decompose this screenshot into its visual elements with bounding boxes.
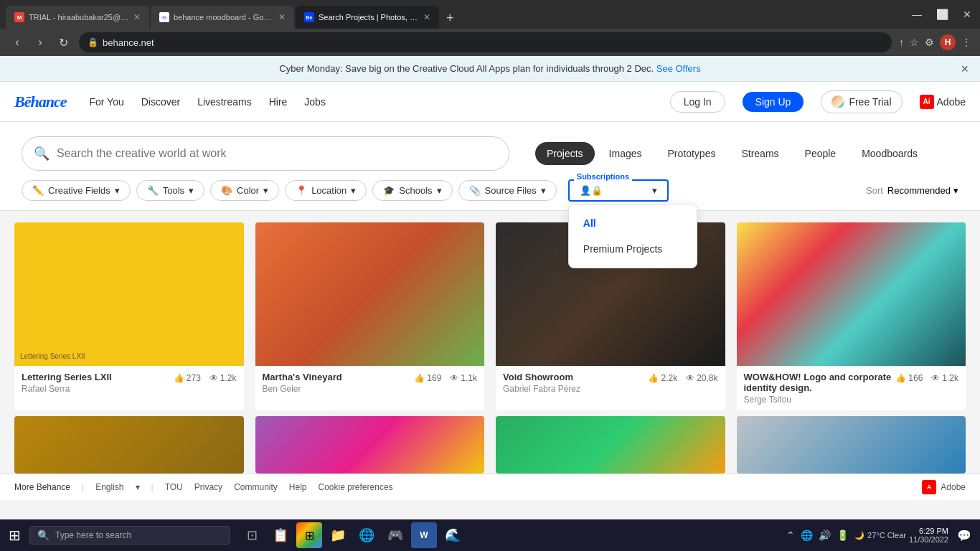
banner-close-button[interactable]: × (961, 61, 969, 76)
filter-schools[interactable]: 🎓 Schools ▾ (372, 180, 452, 201)
expand-tray-icon[interactable]: ⌃ (786, 529, 795, 541)
nav-discover[interactable]: Discover (141, 96, 180, 108)
profile-button[interactable]: H (940, 34, 956, 50)
filter-color[interactable]: 🎨 Color ▾ (210, 180, 279, 201)
footer-tou[interactable]: TOU (165, 482, 183, 492)
bottom-card-0[interactable] (14, 416, 244, 474)
project-card-3[interactable]: WOW&HOW! Logo and corporate identity des… (737, 222, 966, 410)
tab-projects[interactable]: Projects (535, 142, 595, 165)
bottom-cards-row (0, 416, 980, 474)
tab-behance[interactable]: Be Search Projects | Photos, videos, ✕ (296, 6, 439, 29)
nav-jobs[interactable]: Jobs (304, 96, 326, 108)
sort-label: Sort (866, 185, 883, 196)
taskbar-app-explorer[interactable]: 📁 (325, 522, 351, 548)
bottom-card-1[interactable] (255, 416, 485, 474)
volume-icon[interactable]: 🔊 (819, 529, 831, 541)
forward-button[interactable]: › (32, 34, 49, 51)
new-tab-button[interactable]: + (440, 8, 460, 29)
search-bar[interactable]: 🔍 (22, 136, 509, 171)
dropdown-option-premium[interactable]: Premium Projects (569, 236, 697, 262)
maximize-button[interactable]: ⬜ (933, 6, 951, 23)
start-button[interactable]: ⊞ (3, 524, 27, 547)
project-stats-0: 👍 273 👁 1.2k (174, 372, 237, 383)
filter-tools[interactable]: 🔧 Tools ▾ (136, 180, 204, 201)
bookmark-button[interactable]: ☆ (910, 34, 919, 50)
footer-community[interactable]: Community (234, 482, 278, 492)
address-bar-actions: ↑ ☆ ⚙ H ⋮ (899, 34, 971, 50)
footer-privacy[interactable]: Privacy (194, 482, 222, 492)
project-card-0[interactable]: Lettering Series LXII Lettering Series L… (14, 222, 244, 410)
tab-close-google[interactable]: ✕ (278, 12, 286, 22)
taskbar-search[interactable]: 🔍 Type here to search (29, 526, 230, 545)
source-files-label: Source Files (485, 185, 537, 196)
project-title-2: Void Showroom (503, 372, 648, 382)
share-button[interactable]: ↑ (899, 34, 904, 50)
see-offers-link[interactable]: See Offers (656, 63, 701, 74)
dropdown-option-all[interactable]: All (569, 210, 697, 236)
filter-creative-fields[interactable]: ✏️ Creative Fields ▾ (22, 180, 131, 201)
location-icon: 📍 (296, 185, 307, 196)
filter-source-files[interactable]: 📎 Source Files ▾ (458, 180, 557, 201)
network-icon[interactable]: 🌐 (801, 529, 813, 541)
signup-button[interactable]: Sign Up (743, 92, 804, 112)
search-input[interactable] (57, 147, 497, 160)
footer-cookie[interactable]: Cookie preferences (319, 482, 393, 492)
google-favicon: G (159, 12, 169, 22)
minimize-button[interactable]: — (909, 6, 925, 23)
adobe-footer-icon: A (922, 480, 936, 494)
footer-help[interactable]: Help (289, 482, 307, 492)
tab-images[interactable]: Images (598, 142, 654, 165)
address-bar: ‹ › ↻ 🔒 behance.net ↑ ☆ ⚙ H ⋮ (0, 29, 980, 56)
taskbar-app-playstore[interactable]: 🎮 (382, 522, 408, 548)
taskbar-app-widgets[interactable]: 📋 (268, 522, 293, 548)
tab-people[interactable]: People (793, 142, 848, 165)
subscriptions-trigger[interactable]: Subscriptions 👤🔒 ▾ (568, 179, 669, 202)
url-bar[interactable]: 🔒 behance.net (79, 32, 892, 52)
browser-window-controls: — ⬜ ✕ (909, 6, 974, 23)
bottom-card-2[interactable] (496, 416, 725, 474)
tab-close-behance[interactable]: ✕ (423, 12, 430, 22)
tab-moodboards[interactable]: Moodboards (850, 142, 929, 165)
free-trial-button[interactable]: Free Trial (821, 90, 902, 113)
taskbar-app-task-view[interactable]: ⊡ (239, 522, 265, 548)
project-details-2: Void Showroom Gabriel Fabra Pérez (503, 372, 648, 394)
nav-hire[interactable]: Hire (269, 96, 288, 108)
taskbar-app-edge[interactable]: 🌊 (440, 522, 466, 548)
language-selector[interactable]: English (95, 482, 123, 492)
login-button[interactable]: Log In (670, 91, 725, 113)
taskbar-app-chrome[interactable]: 🌐 (354, 522, 380, 548)
project-author-0: Rafael Serra (22, 384, 174, 394)
project-stats-3: 👍 166 👁 1.2k (895, 372, 958, 383)
extensions-button[interactable]: ⚙ (925, 34, 934, 50)
project-details-0: Lettering Series LXII Rafael Serra (22, 372, 174, 394)
reload-button[interactable]: ↻ (55, 34, 72, 51)
weather-text: 27°C Clear (867, 531, 906, 540)
footer-adobe-label: Adobe (941, 482, 966, 492)
project-card-1[interactable]: Martha's Vineyard Ben Geier 👍 169 👁 1.1k (255, 222, 485, 410)
tab-gmail[interactable]: M TRIAL - hiraabubakar25@gmail.c... ✕ (6, 6, 149, 29)
battery-icon[interactable]: 🔋 (837, 529, 849, 541)
subscriptions-dropdown[interactable]: Subscriptions 👤🔒 ▾ All Premium Projects (568, 179, 669, 202)
bottom-card-3[interactable] (737, 416, 966, 474)
notification-button[interactable]: 💬 (957, 529, 971, 542)
filter-location[interactable]: 📍 Location ▾ (285, 180, 367, 201)
tab-google[interactable]: G behance moodboard - Google S... ✕ (151, 6, 294, 29)
adobe-icon: Ai (920, 95, 934, 109)
nav-for-you[interactable]: For You (89, 96, 123, 108)
project-author-3: Serge Tsitou (744, 395, 896, 405)
tab-close-gmail[interactable]: ✕ (133, 12, 141, 22)
tab-prototypes[interactable]: Prototypes (656, 142, 727, 165)
likes-stat-0: 👍 273 (174, 373, 201, 383)
views-stat-3: 👁 1.2k (931, 373, 958, 383)
sort-button[interactable]: Recommended ▾ (887, 185, 958, 196)
nav-livestreams[interactable]: Livestreams (197, 96, 251, 108)
taskbar-app-store[interactable]: ⊞ (296, 522, 322, 548)
views-stat-0: 👁 1.2k (209, 373, 237, 383)
taskbar-app-word[interactable]: W (411, 522, 437, 548)
menu-button[interactable]: ⋮ (961, 34, 971, 50)
likes-stat-3: 👍 166 (895, 373, 923, 383)
more-behance[interactable]: More Behance (14, 482, 70, 492)
close-window-button[interactable]: ✕ (960, 6, 974, 23)
back-button[interactable]: ‹ (9, 34, 26, 51)
tab-streams[interactable]: Streams (730, 142, 790, 165)
